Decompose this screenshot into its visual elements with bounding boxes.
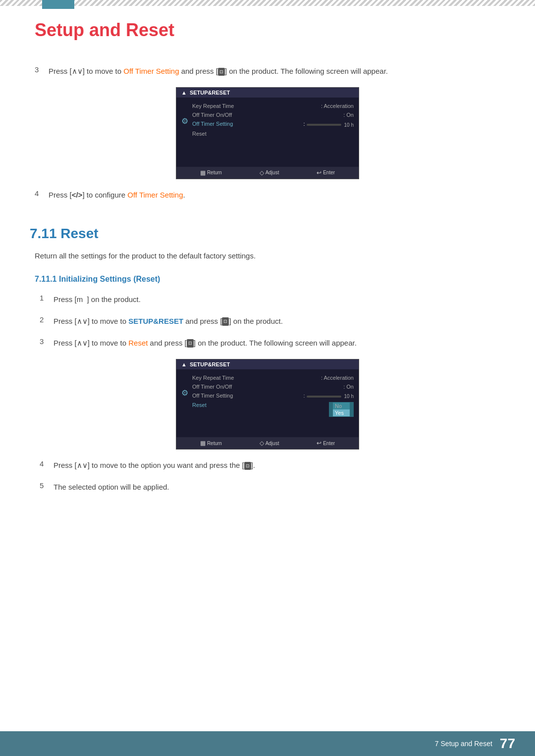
enter-icon4: ⊡ [244, 462, 251, 470]
menu-item-off-timer-onoff-2: Off Timer On/Off : On [192, 382, 354, 391]
return-icon-2: ▦ [200, 440, 206, 447]
dropdown-yes: Yes [333, 409, 350, 416]
footer-btn-enter-2: ↩ Enter [317, 440, 335, 447]
menu-item-off-timer-setting-2: Off Timer Setting : 10 h [192, 391, 354, 401]
menu-label-off-timer-setting-2: Off Timer Setting [192, 393, 233, 400]
page-footer: 7 Setup and Reset 77 [0, 731, 535, 756]
screen-title-2: SETUP&RESET [190, 361, 230, 367]
menu-value-reset-2: No Yes [329, 402, 354, 417]
step-711-5: 5 The selected option will be applied. [35, 481, 505, 493]
screen-menu-2: Key Repeat Time : Acceleration Off Timer… [192, 373, 354, 434]
step-711-2-number: 2 [40, 315, 48, 324]
step-711-3-text: Press [∧∨] to move to Reset and press [⊡… [54, 337, 357, 349]
screen-body-2: ⚙ Key Repeat Time : Acceleration Off Tim… [176, 369, 359, 438]
footer-label: 7 Setup and Reset [435, 740, 492, 748]
footer-btn-adjust-2: ◇ Adjust [260, 440, 279, 447]
menu-item-reset-2: Reset No Yes [192, 401, 354, 418]
return-label-1: Return [207, 170, 222, 175]
reset-dropdown: No Yes [329, 402, 354, 417]
step-711-4: 4 Press [∧∨] to move to the option you w… [35, 459, 505, 471]
step-4-first-paragraph: 4 Press [</>] to configure Off Timer Set… [30, 189, 505, 201]
step-3-text: Press [∧∨] to move to Off Timer Setting … [49, 65, 388, 77]
screen-mockup-1-container: ▲ SETUP&RESET ⚙ Key Repeat Time : Accele… [30, 87, 505, 179]
menu-value-off-timer-setting: : 10 h [303, 121, 354, 128]
slider-row-1: 10 h [307, 122, 354, 128]
step-4-first-number: 4 [35, 189, 43, 198]
step-711-4-number: 4 [40, 459, 48, 468]
footer-page-number: 77 [500, 736, 515, 752]
footer-btn-adjust-1: ◇ Adjust [260, 169, 279, 176]
menu-value-key-repeat-2: : Acceleration [321, 375, 354, 381]
menu-label-off-timer-setting: Off Timer Setting [192, 121, 233, 128]
setup-reset-highlight: SETUP&RESET [128, 317, 183, 325]
off-timer-setting-highlight2: Off Timer Setting [127, 191, 183, 199]
section-711-heading: 7.11 Reset [30, 226, 505, 242]
menu-item-key-repeat: Key Repeat Time : Acceleration [192, 101, 354, 110]
step-3-number: 3 [35, 65, 43, 74]
top-blue-rect [42, 0, 74, 9]
screen-mockup-2-container: ▲ SETUP&RESET ⚙ Key Repeat Time : Accele… [30, 359, 505, 450]
footer-btn-return-2: ▦ Return [200, 440, 222, 447]
arrow-symbol: ∧∨ [72, 67, 83, 75]
footer-btn-return-1: ▦ Return [200, 169, 222, 176]
menu-value-off-timer-setting-2: : 10 h [303, 393, 354, 400]
slider-label-2: 10 h [344, 394, 354, 399]
screen-header-2: ▲ SETUP&RESET [176, 359, 359, 369]
menu-label-key-repeat-2: Key Repeat Time [192, 375, 234, 381]
enter-icon-footer-1: ↩ [317, 169, 321, 176]
enter-icon3: ⊡ [187, 339, 194, 347]
section-711-desc: Return all the settings for the product … [30, 252, 505, 260]
menu-item-reset-1: Reset [192, 129, 354, 138]
menu-item-off-timer-onoff: Off Timer On/Off : On [192, 110, 354, 119]
adjust-label-2: Adjust [266, 441, 279, 446]
adjust-label-1: Adjust [266, 170, 279, 175]
screen-header-arrow1: ▲ [181, 90, 187, 96]
screen-title-1: SETUP&RESET [190, 90, 230, 96]
top-stripe [0, 0, 535, 6]
menu-item-key-repeat-2: Key Repeat Time : Acceleration [192, 373, 354, 382]
enter-icon2: ⊡ [222, 317, 229, 325]
menu-value-off-timer-onoff: : On [343, 112, 354, 118]
screen-header-1: ▲ SETUP&RESET [176, 88, 359, 98]
off-timer-setting-highlight1: Off Timer Setting [123, 67, 179, 75]
screen-header-arrow2: ▲ [181, 361, 187, 367]
step-711-1-number: 1 [40, 294, 48, 302]
return-icon-1: ▦ [200, 169, 206, 176]
screen-gear-icon-1: ⚙ [181, 116, 188, 163]
adjust-icon-1: ◇ [260, 169, 264, 176]
enter-icon1: ⊡ [218, 68, 225, 76]
menu-label-reset-1: Reset [192, 131, 207, 137]
screen-footer-2: ▦ Return ◇ Adjust ↩ Enter [176, 437, 359, 449]
step-4-first-text: Press [</>] to configure Off Timer Setti… [49, 189, 185, 201]
screen-mockup-1: ▲ SETUP&RESET ⚙ Key Repeat Time : Accele… [176, 87, 359, 179]
menu-label-key-repeat: Key Repeat Time [192, 103, 234, 109]
enter-label-1: Enter [323, 170, 335, 175]
step-711-2: 2 Press [∧∨] to move to SETUP&RESET and … [35, 315, 505, 327]
steps-list-711: 1 Press [m ] on the product. 2 Press [∧∨… [30, 294, 505, 349]
step-711-3-number: 3 [40, 337, 48, 346]
step-711-5-number: 5 [40, 481, 48, 490]
screen-gear-icon-2: ⚙ [181, 388, 188, 434]
slider-label-1: 10 h [344, 122, 354, 128]
screen-menu-1: Key Repeat Time : Acceleration Off Timer… [192, 101, 354, 163]
footer-btn-enter-1: ↩ Enter [317, 169, 335, 176]
reset-highlight: Reset [128, 339, 148, 347]
adjust-icon-2: ◇ [260, 440, 264, 447]
screen-body-1: ⚙ Key Repeat Time : Acceleration Off Tim… [176, 98, 359, 167]
dropdown-no: No [333, 403, 350, 409]
menu-item-off-timer-setting: Off Timer Setting : 10 h [192, 119, 354, 129]
enter-icon-footer-2: ↩ [317, 440, 321, 447]
menu-value-key-repeat: : Acceleration [321, 103, 354, 109]
step-711-2-text: Press [∧∨] to move to SETUP&RESET and pr… [54, 315, 283, 327]
return-label-2: Return [207, 441, 222, 446]
step-711-1-text: Press [m ] on the product. [54, 294, 141, 305]
enter-label-2: Enter [323, 441, 335, 446]
slider-track-1 [307, 124, 341, 126]
menu-label-off-timer-onoff-2: Off Timer On/Off [192, 384, 232, 390]
page-title: Setup and Reset [35, 20, 505, 41]
step-3-paragraph: 3 Press [∧∨] to move to Off Timer Settin… [30, 65, 505, 77]
step-711-4-text: Press [∧∨] to move to the option you wan… [54, 459, 255, 471]
screen-mockup-2: ▲ SETUP&RESET ⚙ Key Repeat Time : Accele… [176, 359, 359, 450]
slider-row-2: 10 h [307, 394, 354, 399]
step-711-5-text: The selected option will be applied. [54, 481, 169, 493]
